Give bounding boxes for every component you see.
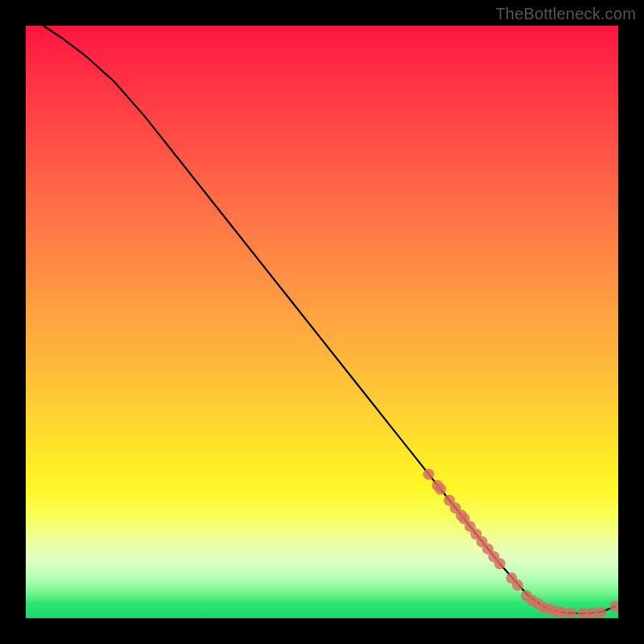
marker-point bbox=[512, 580, 523, 591]
marker-point bbox=[423, 469, 434, 480]
highlight-points bbox=[423, 469, 618, 618]
chart-frame: TheBottleneck.com bbox=[0, 0, 644, 644]
plot-area bbox=[26, 26, 618, 618]
marker-point bbox=[595, 607, 606, 618]
bottleneck-curve bbox=[43, 26, 615, 613]
watermark: TheBottleneck.com bbox=[495, 5, 636, 23]
marker-point bbox=[609, 601, 618, 612]
marker-point bbox=[435, 484, 446, 495]
marker-point bbox=[494, 558, 506, 569]
marker-point bbox=[565, 607, 576, 618]
chart-svg bbox=[26, 26, 618, 618]
